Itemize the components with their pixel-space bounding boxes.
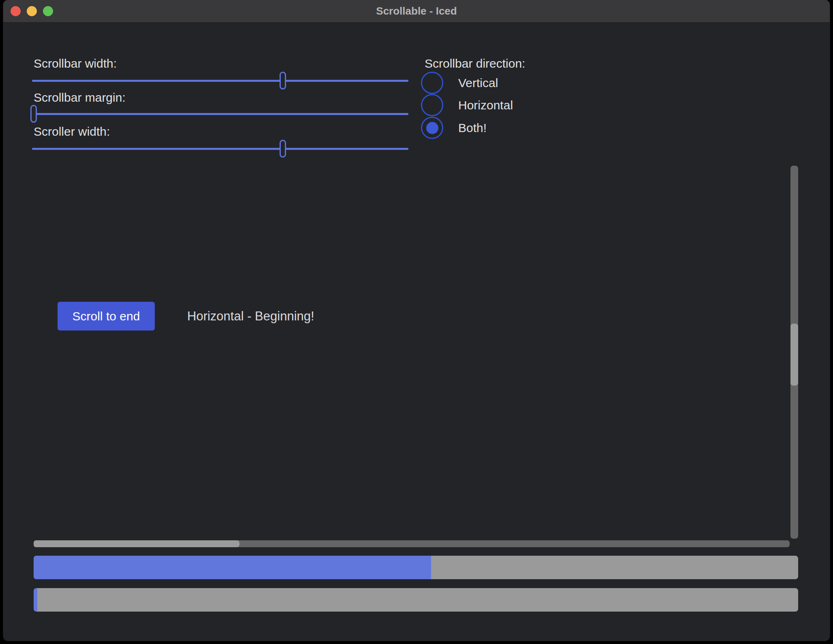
window-title: Scrollable - Iced	[3, 0, 830, 22]
radio-vertical-label: Vertical	[458, 76, 498, 90]
scroll-to-end-label: Scroll to end	[73, 309, 140, 323]
progress-fill	[34, 556, 431, 579]
radio-horizontal-label: Horizontal	[458, 98, 513, 112]
scrollbar-direction-label: Scrollbar direction:	[425, 56, 525, 71]
radio-vertical[interactable]: Vertical	[421, 72, 498, 94]
scroll-status-text: Horizontal - Beginning!	[187, 309, 314, 324]
radio-dot	[426, 122, 438, 134]
horizontal-scroller[interactable]	[34, 540, 239, 547]
scrollbar-width-label: Scrollbar width:	[34, 56, 117, 71]
vertical-scrollbar[interactable]	[790, 166, 798, 539]
radio-both[interactable]: Both!	[421, 117, 487, 139]
vertical-scroll-progress-bar	[34, 556, 798, 579]
radio-circle[interactable]	[421, 94, 443, 116]
scrollbar-margin-slider[interactable]	[32, 105, 408, 123]
radio-horizontal[interactable]: Horizontal	[421, 94, 513, 116]
radio-both-label: Both!	[458, 121, 487, 135]
horizontal-scrollbar[interactable]	[34, 540, 790, 547]
slider-rail[interactable]	[32, 148, 408, 150]
slider-rail[interactable]	[32, 113, 408, 115]
radio-circle[interactable]	[421, 72, 443, 94]
horizontal-scroll-progress-bar	[34, 588, 798, 612]
slider-rail[interactable]	[32, 80, 408, 82]
radio-circle[interactable]	[421, 117, 443, 139]
app-window: Scrollable - Iced Scrollbar width: Scrol…	[3, 0, 830, 641]
titlebar: Scrollable - Iced	[3, 0, 830, 23]
vertical-scroller[interactable]	[790, 324, 798, 386]
slider-handle[interactable]	[280, 72, 286, 90]
scroll-to-end-button[interactable]: Scroll to end	[58, 302, 155, 331]
scrollbar-width-slider[interactable]	[32, 72, 408, 90]
progress-fill	[34, 588, 37, 612]
slider-handle[interactable]	[30, 105, 37, 123]
scroller-width-slider[interactable]	[32, 140, 408, 158]
slider-handle[interactable]	[280, 140, 286, 158]
scrollbar-margin-label: Scrollbar margin:	[34, 90, 126, 105]
scroller-width-label: Scroller width:	[34, 124, 110, 139]
